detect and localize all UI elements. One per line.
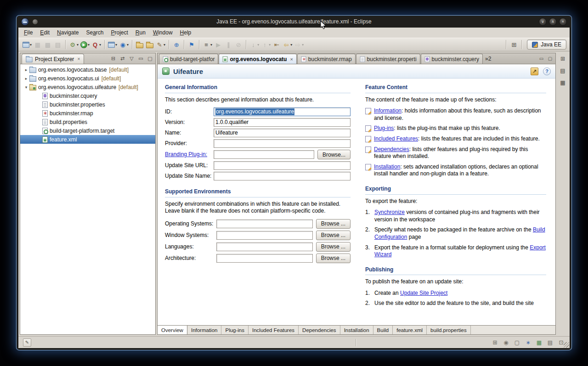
page-tab-installation[interactable]: Installation — [340, 326, 373, 334]
page-tab-included-features[interactable]: Included Features — [249, 326, 299, 334]
browse-button[interactable]: Browse ... — [316, 219, 351, 229]
expander-icon[interactable]: ▸ — [23, 68, 29, 72]
window-icon[interactable]: ▢ — [513, 338, 521, 346]
page-tab-plug-ins[interactable]: Plug-ins — [221, 326, 249, 334]
editor-tab-org-evenos-logvocatu[interactable]: org.evenos.logvocatu× — [219, 54, 296, 64]
menu-file[interactable]: File — [20, 28, 36, 37]
collapse-all-icon[interactable]: ⊟ — [109, 55, 117, 62]
editor-tab-buckminster-properti[interactable]: buckminster.properti — [356, 54, 420, 64]
minimize-button[interactable]: ∨ — [539, 18, 547, 26]
close-tab-icon[interactable]: × — [290, 56, 293, 62]
expander-icon[interactable]: ▾ — [23, 85, 29, 90]
editor-tab-buckminster-cquery[interactable]: buckminster.cquery — [421, 54, 483, 64]
version-field[interactable]: 1.0.0.qualifier — [214, 118, 351, 127]
browse-button[interactable]: Browse ... — [316, 242, 351, 252]
branding-plug-in-link[interactable]: Branding Plug-in: — [165, 151, 214, 158]
build-configuration-link[interactable]: Build Configuration — [374, 226, 545, 240]
minimize-editor-icon[interactable]: ▭ — [537, 55, 545, 62]
editor-mode-icon[interactable]: ✎ — [23, 338, 31, 347]
console-icon[interactable]: ⊞ — [491, 338, 499, 346]
table-icon[interactable]: ▤ — [546, 338, 554, 346]
run-button[interactable]: ▶▾ — [79, 39, 90, 50]
restore-views-icon[interactable]: ⊞ — [559, 55, 567, 63]
tree-item[interactable]: ▸org.evenos.logvocatus.ui[default] — [20, 74, 155, 83]
grid-green-icon[interactable]: ▦ — [535, 338, 543, 346]
tree-item[interactable]: build-target-platform.target — [20, 126, 155, 135]
user-task-icon[interactable]: ◉ — [502, 338, 510, 346]
update-site-url-field[interactable] — [214, 161, 351, 170]
menu-project[interactable]: Project — [107, 28, 131, 37]
external-tools-button[interactable]: Q▾ — [90, 39, 102, 50]
properties-view-icon[interactable]: ▦ — [559, 79, 567, 87]
web-browser-button[interactable]: ⊕ — [171, 39, 181, 50]
export-button[interactable] — [145, 39, 155, 50]
new-button[interactable]: ▾ — [22, 39, 33, 50]
page-tab-build[interactable]: Build — [373, 326, 393, 334]
tree-item[interactable]: feature.xml — [20, 135, 155, 144]
dependencies-link[interactable]: Dependencies — [374, 146, 409, 152]
close-view-icon[interactable]: × — [77, 56, 80, 62]
annotation-nav-button[interactable]: ≡▾ — [202, 39, 213, 50]
java-ee-perspective-button[interactable]: Java EE — [527, 39, 566, 50]
tree-item[interactable]: build.properties — [20, 118, 155, 126]
branding-plug-in-field[interactable] — [214, 150, 314, 159]
browse-button[interactable]: Browse ... — [316, 231, 351, 240]
view-menu-icon[interactable]: ▽ — [128, 55, 136, 62]
run-tool-button[interactable]: ✎▾ — [155, 39, 166, 50]
export-feature-wizard-icon[interactable]: ↗ — [531, 68, 538, 75]
synchronize-link[interactable]: Synchronize — [374, 209, 405, 215]
tree-item[interactable]: ▾org.evenos.logvocatus.uifeature[default… — [20, 83, 155, 91]
expander-icon[interactable]: ▸ — [23, 76, 29, 81]
architecture-field[interactable] — [216, 254, 313, 263]
minimize-view-icon[interactable]: ▭ — [137, 55, 145, 62]
new-servlet-button[interactable]: ▾ — [107, 39, 118, 50]
installation-link[interactable]: Installation — [374, 163, 400, 170]
tree-item[interactable]: ▸org.evenos.logvocatus.base[default] — [20, 65, 155, 74]
last-edit-location-button[interactable]: ⇤ — [271, 39, 282, 50]
menu-run[interactable]: Run — [132, 28, 149, 37]
name-field[interactable]: Uifeature — [214, 129, 351, 137]
update-site-project-link[interactable]: Update Site Project — [400, 290, 447, 296]
menu-help[interactable]: Help — [176, 28, 195, 37]
link-with-editor-icon[interactable]: ⇄ — [119, 55, 126, 62]
editor-tab-build-target-platfor[interactable]: build-target-platfor — [159, 54, 218, 64]
operating-systems-field[interactable] — [216, 220, 313, 228]
languages-field[interactable] — [216, 242, 313, 251]
new-web-service-button[interactable]: ◉▾ — [118, 39, 130, 50]
import-button[interactable] — [135, 39, 145, 50]
included-features-link[interactable]: Included Features — [374, 135, 418, 142]
page-tab-overview[interactable]: Overview — [158, 326, 187, 334]
maximize-view-icon[interactable]: ▢ — [146, 55, 154, 62]
project-explorer-tab[interactable]: Project Explorer × — [22, 54, 84, 64]
maximize-button[interactable]: ∧ — [549, 18, 557, 26]
tree-item[interactable]: buckminster.rmap — [20, 109, 155, 118]
editor-tab-buckminster-rmap[interactable]: buckminster.rmap — [297, 54, 356, 64]
page-tab-dependencies[interactable]: Dependencies — [299, 326, 340, 334]
tree-item[interactable]: buckminster.properties — [20, 100, 155, 109]
tree-item[interactable]: buckminster.cquery — [20, 91, 155, 100]
provider-field[interactable] — [214, 139, 351, 148]
page-tab-information[interactable]: Information — [187, 326, 222, 334]
window-systems-field[interactable] — [216, 231, 313, 240]
search-button[interactable]: ⚑ — [187, 39, 197, 50]
id-field[interactable]: org.evenos.logvocatus.uifeature — [214, 107, 351, 116]
page-tab-feature-xml[interactable]: feature.xml — [393, 326, 427, 334]
outline-view-icon[interactable]: ▤ — [559, 67, 567, 75]
tab-overflow-indicator[interactable]: »2 — [485, 56, 491, 62]
page-tab-build-properties[interactable]: build.properties — [427, 326, 471, 334]
titlebar[interactable]: Java EE - org.evenos.logvocatus.uifeatur… — [18, 16, 570, 28]
sync-icon[interactable]: ∗ — [524, 338, 532, 346]
update-site-name-field[interactable] — [214, 172, 351, 180]
information-link[interactable]: Information — [374, 107, 401, 114]
plug-ins-link[interactable]: Plug-ins — [374, 125, 394, 131]
menu-edit[interactable]: Edit — [36, 28, 53, 37]
menu-search[interactable]: Search — [82, 28, 107, 37]
maximize-editor-icon[interactable]: ▢ — [546, 55, 554, 62]
menu-window[interactable]: Window — [149, 28, 176, 37]
open-perspective-icon[interactable]: ⊞ — [511, 41, 516, 48]
close-button[interactable]: × — [559, 18, 567, 26]
back-button[interactable]: ⇦▾ — [282, 39, 293, 50]
browse-button[interactable]: Browse... — [317, 150, 351, 159]
resize-grip[interactable] — [564, 342, 569, 348]
help-icon[interactable]: ? — [543, 68, 551, 75]
